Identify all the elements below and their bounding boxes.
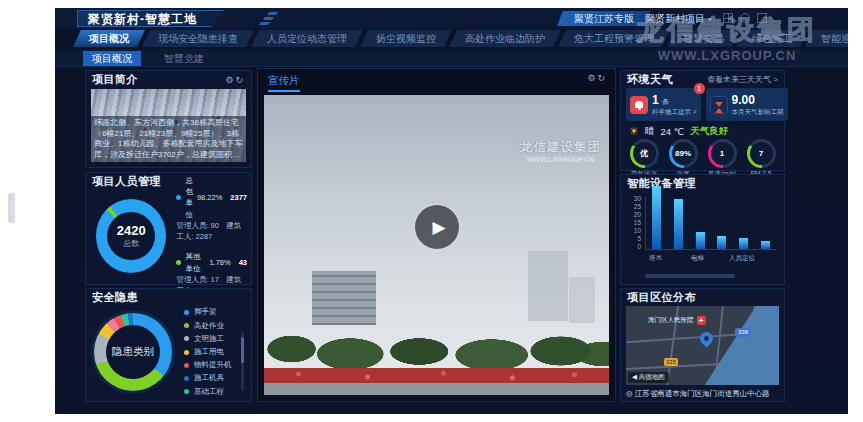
legend-item: 物料提升机 xyxy=(184,360,247,370)
personnel-total-label: 总数 xyxy=(123,238,139,249)
map-pin-icon[interactable] xyxy=(697,329,715,347)
region-version-button[interactable]: 聚贤江苏专版 xyxy=(557,11,650,26)
x-axis-labels: 塔吊电梯人员定位 xyxy=(645,254,776,263)
river xyxy=(704,306,779,385)
tab-project-overview[interactable]: 项目概况 xyxy=(73,30,145,47)
dashboard: 聚贤新村-智慧工地 聚贤江苏专版 聚贤新村项目▾ 龙信建设集团 WWW.LXGR… xyxy=(55,8,848,414)
y-axis: 302520151050 xyxy=(627,195,641,250)
decorative-slashes xyxy=(260,12,290,24)
road-badge-blue: 336 xyxy=(735,328,751,337)
bar xyxy=(739,238,748,249)
y-tick: 20 xyxy=(634,211,641,218)
y-tick: 25 xyxy=(634,203,641,210)
header-icons xyxy=(723,13,767,23)
weather-forecast-link[interactable]: 查看未来三天天气 > xyxy=(707,74,778,85)
flower-bed xyxy=(264,368,609,383)
subtab-party-building[interactable]: 智慧党建 xyxy=(155,51,213,66)
y-tick: 10 xyxy=(634,227,641,234)
personnel-legend: 总包单位98.22%2377 管理人员: 90 建筑工人: 2287 其他单位1… xyxy=(176,175,247,297)
bar-label: 塔吊 xyxy=(645,254,666,263)
legend-dot xyxy=(184,323,189,328)
panel-weather: 环境天气 查看未来三天天气 > 1 条 科学施工提示 > 1 9.00 本月 xyxy=(620,70,785,171)
personnel-donut-chart: 2420 总数 xyxy=(96,199,166,273)
subtab-project-overview[interactable]: 项目概况 xyxy=(83,51,141,66)
construction-tips-card[interactable]: 1 条 科学施工提示 > 1 xyxy=(626,88,701,121)
tips-label: 科学施工提示 > xyxy=(652,108,697,115)
bar-label xyxy=(666,254,687,263)
legend-dot xyxy=(184,376,189,381)
bar-label: 电梯 xyxy=(687,254,708,263)
grid-icon[interactable] xyxy=(723,13,733,23)
legend-dot xyxy=(184,350,189,355)
notification-badge: 1 xyxy=(694,83,705,94)
amap-logo: ◀ 高德地图 xyxy=(628,372,669,383)
bar xyxy=(761,241,770,249)
chevron-down-icon: ▾ xyxy=(708,15,712,24)
map-canvas[interactable]: 海门区人民医院 + 336 335 ◀ 高德地图 xyxy=(626,306,779,385)
y-tick: 15 xyxy=(634,219,641,226)
bar xyxy=(674,199,683,249)
gauge-pm25: 7 PM 2.5 xyxy=(742,139,780,179)
play-button[interactable]: ▶ xyxy=(414,204,460,250)
message-icon[interactable] xyxy=(740,13,750,23)
project-address: ◎ 江苏省南通市海门区海门街道秀山中心路 xyxy=(626,389,770,399)
legend-dot xyxy=(176,260,181,265)
legend-item: 施工用电 xyxy=(184,347,247,357)
weather-status: 天气良好 xyxy=(690,125,728,138)
tab-smart-security[interactable]: 智慧安管 xyxy=(667,30,739,47)
project-selector[interactable]: 聚贤新村项目▾ xyxy=(645,11,712,26)
hazard-legend: 脚手架 高处作业 文明施工 施工用电 物料提升机 施工机具 基础工程 xyxy=(184,307,247,396)
legend-item: 脚手架 xyxy=(184,307,247,317)
header-bar: 聚贤新村-智慧工地 聚贤江苏专版 聚贤新村项目▾ xyxy=(55,8,848,29)
building-left xyxy=(312,271,376,325)
tab-high-work-protection[interactable]: 高处作业临边防护 xyxy=(449,30,561,47)
building-far xyxy=(528,251,568,321)
panel-title: 环境天气 xyxy=(627,72,673,87)
bar xyxy=(717,236,726,249)
gauge-air: 优 空气状况 xyxy=(625,139,663,179)
fullscreen-icon[interactable] xyxy=(757,13,767,23)
app-title: 聚贤新村-智慧工地 xyxy=(77,10,224,27)
device-bar-chart: 302520151050 塔吊电梯人员定位 xyxy=(627,195,778,262)
tab-major-project-warning[interactable]: 危大工程预警管理 xyxy=(558,30,670,47)
tab-dust-video-monitor[interactable]: 扬尘视频监控 xyxy=(360,30,452,47)
legend-dot xyxy=(176,195,181,200)
chart-scrollbar[interactable] xyxy=(645,274,735,278)
gauge-humidity: 89% 湿度 xyxy=(664,139,702,179)
personnel-total: 2420 xyxy=(117,223,146,238)
video-watermark: 龙信建设集团 WWW.LXGROUP.CN xyxy=(520,139,601,163)
hospital-cross-icon: + xyxy=(697,316,706,325)
legend-dot xyxy=(184,310,189,315)
weather-condition: 晴 xyxy=(645,125,655,138)
panel-title: 项目区位分布 xyxy=(627,290,696,305)
temperature: 24 ℃ xyxy=(660,126,684,137)
gear-icon[interactable]: ⚙ xyxy=(587,73,597,83)
weather-impact-card[interactable]: 9.00 本月天气影响工期 xyxy=(706,88,788,121)
tab-smart-patrol[interactable]: 智能巡安 xyxy=(805,30,848,47)
hospital-label: 海门区人民医院 + xyxy=(648,316,706,325)
gear-icon[interactable]: ⚙ xyxy=(225,75,235,85)
refresh-icon[interactable]: ↻ xyxy=(597,73,607,83)
video-frame: 龙信建设集团 WWW.LXGROUP.CN ▶ xyxy=(264,95,609,395)
tab-safety-hazard-check[interactable]: 现场安全隐患排查 xyxy=(142,30,254,47)
panel-title: 安全隐患 xyxy=(92,290,138,305)
legend-scrollbar[interactable] xyxy=(241,331,244,391)
bar-label xyxy=(708,254,729,263)
tab-green-construction[interactable]: 绿色施工 xyxy=(736,30,808,47)
road xyxy=(264,383,609,395)
alarm-icon xyxy=(630,96,648,114)
sub-nav: 项目概况 智慧党建 xyxy=(55,49,848,67)
legend-dot xyxy=(184,389,189,394)
weather-gauges: 优 空气状况 89% 湿度 1 风速(m/s) 7 PM 2.5 xyxy=(625,139,780,179)
legend-item: 文明施工 xyxy=(184,334,247,344)
y-tick: 0 xyxy=(637,243,641,250)
collapsed-drawer-handle[interactable] xyxy=(8,193,15,223)
current-weather: ☀ 晴 24 ℃ 天气良好 xyxy=(629,125,728,138)
location-icon: ◎ xyxy=(626,389,633,398)
panel-safety-hazard: 安全隐患 隐患类别 脚手架 高处作业 文明施工 施工用电 物料提升机 施工机具 … xyxy=(85,288,252,402)
main-nav: 项目概况 现场安全隐患排查 人员定位动态管理 扬尘视频监控 高处作业临边防护 危… xyxy=(77,30,848,47)
y-tick: 30 xyxy=(634,195,641,202)
tab-promo-video[interactable]: 宣传片 xyxy=(268,74,300,92)
refresh-icon[interactable]: ↻ xyxy=(235,75,245,85)
tab-personnel-location[interactable]: 人员定位动态管理 xyxy=(251,30,363,47)
